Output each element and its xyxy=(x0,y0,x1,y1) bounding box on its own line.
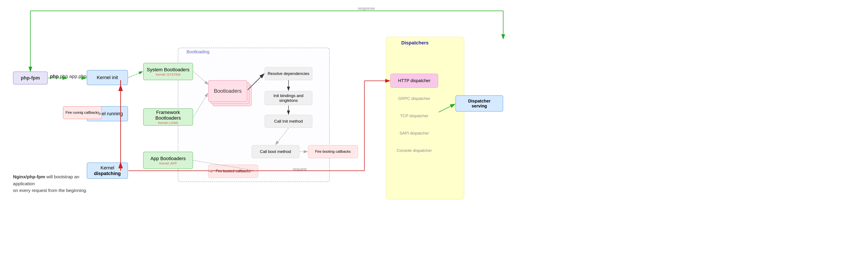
app-bootloaders-subtitle: Kernel::APP xyxy=(159,161,177,165)
kernel-init-label: Kernel init xyxy=(97,75,118,80)
bootloader-card-front: Bootloaders xyxy=(208,80,247,102)
fire-booted-label: Fire booted callbacks xyxy=(216,169,251,173)
php-keyword: php xyxy=(50,74,59,79)
php-app-label: php php app.php xyxy=(50,74,87,79)
dispatchers-title: Dispatchers xyxy=(401,40,429,46)
php-fpm-box: php-fpm xyxy=(13,72,48,84)
caption-bold: Nginx/php-fpm xyxy=(13,174,45,179)
fire-booting-label: Fire booting callbacks xyxy=(315,149,351,154)
app-bootloaders-title: App Bootloaders xyxy=(151,156,186,161)
call-init-box: Call Init method xyxy=(265,115,312,128)
framework-bootloaders-title: Framework Bootloaders xyxy=(144,110,193,121)
dispatcher-serving-line2: serving xyxy=(471,104,487,109)
response-label: response xyxy=(358,6,375,11)
kernel-dispatching-line1: Kernel xyxy=(100,165,114,171)
diagram-container: Bootloading Dispatchers php-fpm php php … xyxy=(0,0,868,255)
system-bootloaders-title: System Bootloaders xyxy=(147,67,190,73)
response-text: response xyxy=(358,6,375,11)
request-label: request xyxy=(293,167,307,172)
caption: Nginx/php-fpm will bootstrap an applicat… xyxy=(13,173,100,194)
system-bootloaders-subtitle: Kernel::SYSTEM xyxy=(156,73,180,76)
request-text: request xyxy=(293,167,307,171)
dispatcher-serving-box: Dispatcher serving xyxy=(456,95,503,112)
system-bootloaders-box: System Bootloaders Kernel::SYSTEM xyxy=(143,63,193,80)
grpc-dispatcher-item: GRPC dispatcher xyxy=(391,93,438,104)
dispatcher-serving-line1: Dispatcher xyxy=(468,99,490,104)
app-php-text: php app.php xyxy=(60,74,86,79)
fire-running-box: Fire runnig callbacks xyxy=(63,106,102,119)
svg-line-7 xyxy=(128,72,143,78)
init-bindings-label: Init bindings and singletons xyxy=(265,94,312,103)
console-dispatcher-label: Console dispatcher xyxy=(397,148,432,153)
bootloaders-label: Bootloaders xyxy=(214,88,242,94)
http-dispatcher-box: HTTP dispatcher xyxy=(391,74,438,88)
fire-running-label: Fire runnig callbacks xyxy=(65,110,100,116)
resolve-dependencies-box: Resolve dependencies xyxy=(265,67,312,80)
app-bootloaders-box: App Bootloaders Kernel::APP xyxy=(143,152,193,169)
kernel-init-box: Kernel init xyxy=(87,70,128,85)
framework-bootloaders-subtitle: Kernel::LOAD xyxy=(158,121,178,124)
framework-bootloaders-box: Framework Bootloaders Kernel::LOAD xyxy=(143,108,193,126)
fire-booted-box: Fire booted callbacks xyxy=(208,165,258,178)
tcp-dispatcher-item: TCP dispatcher xyxy=(391,110,438,121)
console-dispatcher-item: Console dispatcher xyxy=(391,145,438,156)
grpc-dispatcher-label: GRPC dispatcher xyxy=(398,96,430,101)
call-init-label: Call Init method xyxy=(274,119,303,124)
http-dispatcher-label: HTTP dispatcher xyxy=(398,78,431,83)
sapi-dispatcher-label: SAPI dispatcher xyxy=(400,131,429,136)
fire-booting-box: Fire booting callbacks xyxy=(308,145,358,158)
call-boot-label: Call boot method xyxy=(260,149,291,154)
tcp-dispatcher-label: TCP dispatcher xyxy=(400,113,429,118)
bootloading-label: Bootloading xyxy=(187,49,210,54)
call-boot-box: Call boot method xyxy=(252,145,299,158)
init-bindings-box: Init bindings and singletons xyxy=(265,91,312,105)
sapi-dispatcher-item: SAPI dispatcher xyxy=(391,128,438,139)
resolve-label: Resolve dependencies xyxy=(268,71,309,76)
php-fpm-label: php-fpm xyxy=(21,75,40,81)
